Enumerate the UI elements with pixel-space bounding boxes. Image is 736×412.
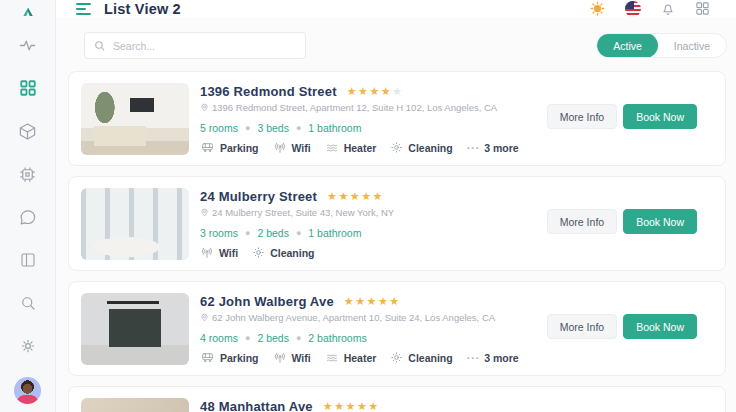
stat-value: 2 beds — [257, 332, 289, 344]
content: Active Inactive 1396 Redmond Street ★★★★… — [56, 17, 736, 412]
rating-stars: ★★★★★ — [323, 401, 380, 412]
listing-title: 48 Manhattan Ave — [200, 399, 313, 412]
rating-stars: ★★★★★ — [327, 191, 384, 202]
amenities-row: ParkingWifiHeaterCleaning···3 more — [200, 141, 713, 154]
wifi-icon — [273, 141, 287, 154]
more-amenities-link[interactable]: ···3 more — [467, 142, 519, 154]
star-icon: ★ — [392, 85, 403, 97]
wifi-icon — [200, 246, 214, 259]
location-pin-icon — [200, 313, 209, 322]
property-photo — [81, 188, 189, 260]
stat-value: 1 bathroom — [308, 227, 361, 239]
cleaning-amenity: Cleaning — [390, 141, 452, 154]
listing-title: 24 Mulberry Street — [200, 189, 317, 204]
separator-dot: ● — [296, 333, 301, 343]
ellipsis-icon: ··· — [467, 142, 481, 154]
property-photo — [81, 83, 189, 155]
star-icon: ★ — [358, 85, 369, 97]
cleaning-amenity: Cleaning — [252, 246, 314, 259]
more-info-button[interactable]: More Info — [547, 104, 617, 129]
separator-dot: ● — [296, 228, 301, 238]
apps-icon[interactable] — [695, 1, 710, 16]
page-title: List View 2 — [104, 1, 181, 17]
separator-dot: ● — [245, 228, 250, 238]
cleaning-icon — [390, 141, 403, 154]
layout-icon[interactable] — [16, 248, 40, 272]
separator-dot: ● — [296, 123, 301, 133]
star-icon: ★ — [334, 400, 345, 412]
search-input-icon — [93, 39, 106, 52]
property-photo — [81, 293, 189, 365]
star-icon: ★ — [368, 400, 379, 412]
star-icon: ★ — [347, 85, 358, 97]
rating-stars: ★★★★★ — [347, 86, 404, 97]
cleaning-amenity: Cleaning — [390, 351, 452, 364]
star-icon: ★ — [381, 85, 392, 97]
parking-amenity: Parking — [200, 141, 259, 154]
stat-value: 4 rooms — [200, 332, 238, 344]
more-amenities-link[interactable]: ···3 more — [467, 352, 519, 364]
search-box — [84, 32, 306, 59]
book-now-button[interactable]: Book Now — [623, 314, 697, 339]
wifi-amenity: Wifi — [200, 246, 238, 259]
star-icon: ★ — [389, 295, 400, 307]
filter-active-button[interactable]: Active — [597, 33, 658, 58]
card-actions: More Info Book Now — [547, 314, 697, 339]
star-icon: ★ — [327, 190, 338, 202]
cube-icon[interactable] — [16, 119, 40, 143]
star-icon: ★ — [357, 400, 368, 412]
rating-stars: ★★★★★ — [344, 296, 401, 307]
more-info-button[interactable]: More Info — [547, 314, 617, 339]
address-text: 1396 Redmond Street, Apartment 12, Suite… — [212, 102, 497, 113]
separator-dot: ● — [245, 333, 250, 343]
card-actions: More Info Book Now — [547, 104, 697, 129]
book-now-button[interactable]: Book Now — [623, 209, 697, 234]
parking-icon — [200, 141, 215, 154]
property-photo — [81, 398, 189, 412]
us-flag-icon[interactable] — [625, 1, 641, 17]
star-icon: ★ — [338, 190, 349, 202]
chip-icon[interactable] — [16, 162, 40, 186]
star-icon: ★ — [369, 85, 380, 97]
wifi-amenity: Wifi — [273, 351, 311, 364]
user-avatar[interactable] — [14, 377, 41, 404]
cleaning-icon — [252, 246, 265, 259]
heater-amenity: Heater — [325, 352, 377, 364]
filter-inactive-button[interactable]: Inactive — [658, 33, 726, 58]
chat-icon[interactable] — [16, 205, 40, 229]
more-info-button[interactable]: More Info — [547, 209, 617, 234]
separator-dot: ● — [245, 123, 250, 133]
listing-card: 24 Mulberry Street ★★★★★ 24 Mulberry Str… — [68, 176, 726, 271]
star-icon: ★ — [373, 190, 384, 202]
parking-icon — [200, 351, 215, 364]
activity-icon[interactable] — [16, 33, 40, 57]
parking-amenity: Parking — [200, 351, 259, 364]
location-pin-icon — [200, 103, 209, 112]
listing-title: 62 John Walberg Ave — [200, 294, 334, 309]
menu-icon[interactable] — [76, 3, 91, 15]
header: List View 2 — [56, 0, 736, 17]
app-window: List View 2 A — [0, 0, 736, 412]
wifi-icon — [273, 351, 287, 364]
settings-icon[interactable] — [16, 334, 40, 358]
listing-cards: 1396 Redmond Street ★★★★★ 1396 Redmond S… — [68, 71, 726, 412]
search-input[interactable] — [113, 40, 297, 52]
bell-icon[interactable] — [660, 1, 676, 17]
card-actions: More Info Book Now — [547, 209, 697, 234]
filter-toggle: Active Inactive — [596, 33, 727, 58]
star-icon: ★ — [350, 190, 361, 202]
star-icon: ★ — [378, 295, 389, 307]
header-icons — [589, 0, 710, 17]
heater-icon — [325, 142, 339, 154]
search-icon[interactable] — [16, 291, 40, 315]
triangle-logo[interactable] — [13, 7, 43, 17]
stat-value: 3 rooms — [200, 227, 238, 239]
stat-value: 5 rooms — [200, 122, 238, 134]
theme-sun-icon[interactable] — [589, 0, 606, 17]
apps-grid-icon[interactable] — [16, 76, 40, 100]
star-icon: ★ — [323, 400, 334, 412]
main-area: List View 2 A — [56, 0, 736, 412]
wifi-amenity: Wifi — [273, 141, 311, 154]
book-now-button[interactable]: Book Now — [623, 104, 697, 129]
stat-value: 2 bathrooms — [308, 332, 366, 344]
